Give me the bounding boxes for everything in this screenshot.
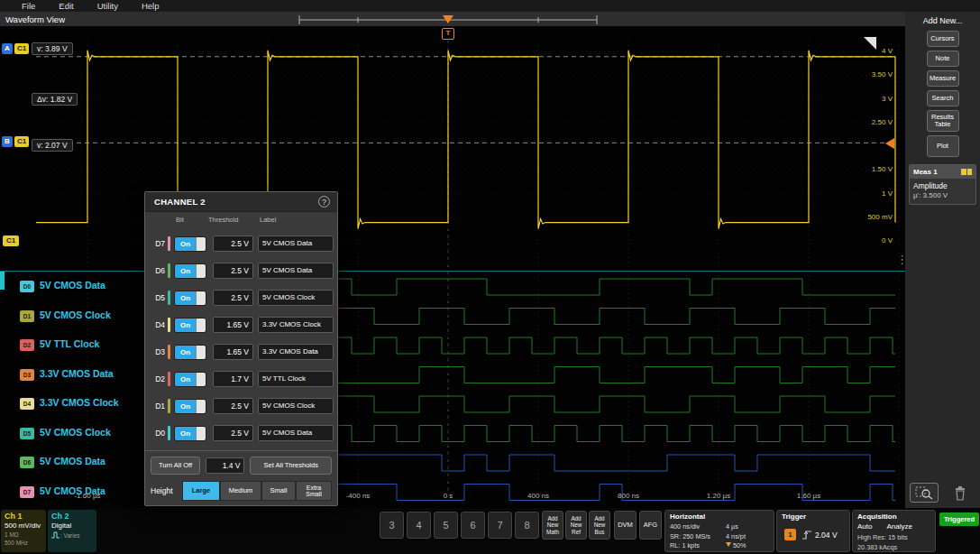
d4-on-toggle[interactable]: On: [174, 318, 206, 333]
add-new-measure-button[interactable]: Measure: [927, 70, 959, 87]
d7-badge[interactable]: D7: [20, 486, 34, 498]
channel1-badge[interactable]: Ch 1 500 mV/div 1 MΩ 500 MHz: [1, 510, 46, 552]
channel1-scale: 500 mV/div: [5, 522, 42, 530]
d7-threshold-field[interactable]: 2.5 V: [213, 235, 253, 252]
zoom-box-button[interactable]: [910, 483, 939, 503]
menu-utility[interactable]: Utility: [97, 1, 118, 11]
add-new-math-button[interactable]: AddNewMath: [542, 511, 563, 540]
waveform-plot[interactable]: T A C1 v: 3.89 V Δv: 1.82 V B C1 v: 2.07…: [0, 26, 905, 508]
dvm-button[interactable]: DVM: [614, 511, 637, 540]
height-selector: Height LargeMediumSmallExtra Small: [145, 475, 337, 501]
d1-label-field[interactable]: 5V CMOS Clock: [258, 398, 334, 414]
dialog-footer: Turn All Off 1.4 V Set All Thresholds: [145, 450, 337, 475]
add-new-note-button[interactable]: Note: [927, 51, 959, 67]
channel-button-7[interactable]: 7: [488, 512, 512, 539]
view-title: Waveform View: [5, 14, 65, 24]
cursor-delta-readout: Δv: 1.82 V: [32, 93, 78, 106]
channel-button-4[interactable]: 4: [407, 512, 431, 539]
turn-all-off-button[interactable]: Turn All Off: [151, 457, 200, 475]
horizontal-panel[interactable]: Horizontal 400 ns/div SR: 250 MS/s RL: 1…: [664, 510, 774, 552]
add-new-results-table-button[interactable]: Results Table: [927, 110, 959, 132]
height-option-medium[interactable]: Medium: [220, 481, 261, 501]
trash-button[interactable]: [951, 483, 969, 503]
digital-channel-d0[interactable]: D05V CMOS Data: [0, 272, 153, 301]
d2-label-field[interactable]: 5V TTL Clock: [258, 371, 334, 387]
d4-threshold-field[interactable]: 1.65 V: [213, 317, 253, 333]
d3-threshold-field[interactable]: 1.65 V: [213, 344, 253, 360]
d2-on-toggle[interactable]: On: [174, 372, 206, 387]
digital-channel-d3[interactable]: D33.3V CMOS Data: [0, 361, 153, 390]
channel-button-6[interactable]: 6: [461, 512, 485, 539]
add-new-bus-button[interactable]: AddNewBus: [589, 511, 610, 540]
d3-label-field[interactable]: 3.3V CMOS Data: [258, 344, 334, 360]
channel1-ground-marker[interactable]: C1: [3, 235, 19, 246]
height-option-small[interactable]: Small: [261, 481, 296, 501]
height-option-large[interactable]: Large: [182, 481, 220, 501]
cursor-b-channel-badge[interactable]: C1: [14, 136, 29, 147]
dialog-row-d6: D6On2.5 V5V CMOS Data: [145, 257, 337, 284]
d1-badge[interactable]: D1: [20, 310, 34, 322]
d2-badge[interactable]: D2: [20, 339, 34, 351]
d1-threshold-field[interactable]: 2.5 V: [213, 398, 253, 414]
d3-badge[interactable]: D3: [20, 369, 34, 381]
digital-channel-d7[interactable]: D75V CMOS Data: [0, 478, 153, 507]
d4-badge[interactable]: D4: [20, 398, 34, 410]
d0-label-field[interactable]: 5V CMOS Data: [258, 425, 334, 441]
acquisition-panel[interactable]: Acquisition AutoAnalyze High Res: 15 bit…: [852, 510, 936, 552]
voltage-label: 1.50 V: [853, 165, 893, 173]
d0-threshold-field[interactable]: 2.5 V: [213, 425, 253, 441]
measurement-badge[interactable]: Meas 1 Amplitude µ': 3.500 V: [909, 164, 976, 205]
height-option-extra-small[interactable]: Extra Small: [296, 481, 332, 501]
digital-channel-d5[interactable]: D55V CMOS Clock: [0, 420, 153, 448]
menu-file[interactable]: File: [22, 1, 35, 11]
d0-label: 5V CMOS Data: [40, 280, 105, 291]
trigger-panel[interactable]: Trigger 1 2.04 V: [776, 510, 850, 552]
d7-on-toggle[interactable]: On: [174, 236, 206, 252]
trigger-level-arrow-icon[interactable]: [885, 138, 894, 149]
afg-button[interactable]: AFG: [639, 511, 662, 540]
digital-channel-d6[interactable]: D65V CMOS Data: [0, 448, 153, 477]
add-new-plot-button[interactable]: Plot: [927, 135, 959, 157]
d5-threshold-field[interactable]: 2.5 V: [213, 290, 253, 306]
d5-on-toggle[interactable]: On: [174, 291, 206, 306]
help-icon[interactable]: ?: [318, 196, 330, 208]
toggle-on-label: On: [175, 319, 196, 332]
cursor-a-badge[interactable]: A: [2, 43, 13, 54]
d6-label-field[interactable]: 5V CMOS Data: [258, 263, 334, 279]
d6-badge[interactable]: D6: [20, 457, 34, 468]
column-label: Label: [260, 216, 276, 224]
d6-threshold-field[interactable]: 2.5 V: [213, 263, 253, 279]
menu-edit[interactable]: Edit: [59, 1, 73, 11]
channel-button-5[interactable]: 5: [434, 512, 458, 539]
d7-label-field[interactable]: 5V CMOS Data: [258, 235, 334, 252]
all-threshold-field[interactable]: 1.4 V: [206, 457, 244, 474]
cursor-b-badge[interactable]: B: [2, 136, 13, 147]
add-btn-line: Ref: [572, 529, 581, 536]
d4-label-field[interactable]: 3.3V CMOS Clock: [258, 317, 334, 333]
voltage-label: 2.50 V: [853, 118, 893, 126]
d0-badge[interactable]: D0: [20, 281, 34, 292]
channel2-badge[interactable]: Ch 2 Digital : Varies: [48, 510, 96, 552]
add-new-ref-button[interactable]: AddNewRef: [565, 511, 587, 540]
digital-channel-d2[interactable]: D25V TTL Clock: [0, 331, 153, 360]
d5-badge[interactable]: D5: [20, 428, 34, 439]
set-all-thresholds-button[interactable]: Set All Thresholds: [250, 457, 332, 475]
channel1-name: Ch 1: [5, 512, 42, 521]
cursor-a-channel-badge[interactable]: C1: [14, 43, 29, 54]
d5-label-field[interactable]: 5V CMOS Clock: [258, 290, 334, 306]
add-new-search-button[interactable]: Search: [927, 90, 959, 106]
d3-on-toggle[interactable]: On: [174, 345, 206, 360]
menu-help[interactable]: Help: [142, 1, 160, 11]
channel-button-3[interactable]: 3: [380, 512, 404, 539]
d1-on-toggle[interactable]: On: [174, 399, 206, 414]
trigger-flag-icon[interactable]: T: [442, 28, 454, 40]
d6-on-toggle[interactable]: On: [174, 263, 206, 279]
digital-channel-d1[interactable]: D15V CMOS Clock: [0, 302, 153, 331]
record-view-ruler[interactable]: [0, 12, 905, 26]
d0-on-toggle[interactable]: On: [174, 426, 206, 441]
d2-threshold-field[interactable]: 1.7 V: [213, 371, 253, 387]
digital-channel-d4[interactable]: D43.3V CMOS Clock: [0, 390, 153, 419]
dialog-header[interactable]: CHANNEL 2 ?: [145, 192, 337, 212]
add-new-cursors-button[interactable]: Cursors: [927, 31, 959, 47]
channel-button-8[interactable]: 8: [515, 512, 539, 539]
